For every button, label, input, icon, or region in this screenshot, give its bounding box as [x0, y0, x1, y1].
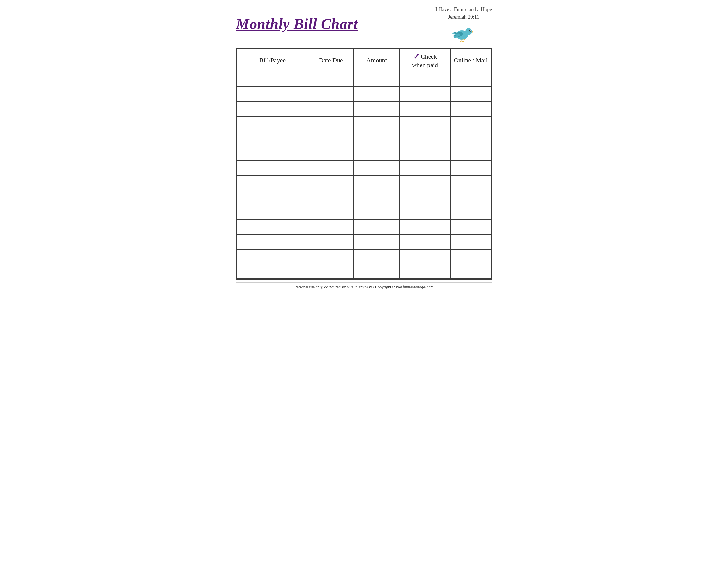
table-cell: [308, 146, 354, 161]
header: Monthly Bill Chart I Have a Future and a…: [236, 6, 492, 43]
table-cell: [399, 72, 450, 87]
col-online-mail: Online / Mail: [450, 49, 491, 72]
footer-text: Personal use only, do not redistribute i…: [295, 285, 434, 289]
table-cell: [450, 102, 491, 116]
svg-marker-2: [472, 31, 474, 33]
table-cell: [399, 190, 450, 205]
table-cell: [308, 131, 354, 146]
table-row: [237, 249, 491, 264]
table-cell: [237, 249, 308, 264]
table-cell: [354, 249, 399, 264]
table-cell: [354, 175, 399, 190]
col-amount: Amount: [354, 49, 399, 72]
table-cell: [450, 264, 491, 279]
table-cell: [450, 220, 491, 234]
table-cell: [237, 116, 308, 131]
table-cell: [308, 102, 354, 116]
table-cell: [354, 146, 399, 161]
table-cell: [354, 72, 399, 87]
table-row: [237, 220, 491, 234]
table-cell: [354, 161, 399, 175]
table-cell: [308, 87, 354, 102]
table-row: [237, 190, 491, 205]
table-cell: [308, 175, 354, 190]
table-cell: [237, 234, 308, 249]
table-row: [237, 175, 491, 190]
table-cell: [354, 102, 399, 116]
table-cell: [450, 249, 491, 264]
title-area: Monthly Bill Chart: [236, 16, 358, 32]
table-cell: [237, 175, 308, 190]
table-cell: [399, 264, 450, 279]
table-cell: [237, 87, 308, 102]
table-row: [237, 161, 491, 175]
table-cell: [450, 161, 491, 175]
svg-line-10: [461, 39, 462, 41]
table-cell: [450, 146, 491, 161]
table-cell: [399, 161, 450, 175]
table-cell: [450, 190, 491, 205]
table-cell: [308, 205, 354, 220]
table-cell: [308, 264, 354, 279]
table-cell: [450, 175, 491, 190]
table-cell: [399, 220, 450, 234]
table-cell: [399, 249, 450, 264]
table-cell: [354, 205, 399, 220]
table-cell: [450, 116, 491, 131]
page: Monthly Bill Chart I Have a Future and a…: [228, 0, 500, 293]
table-cell: [308, 249, 354, 264]
table-cell: [237, 161, 308, 175]
table-cell: [237, 131, 308, 146]
table-cell: [354, 87, 399, 102]
bird-icon: [451, 23, 477, 43]
bill-chart-table: Bill/Payee Date Due Amount ✓ Check: [236, 48, 492, 280]
table-cell: [308, 116, 354, 131]
table-row: [237, 205, 491, 220]
table-cell: [399, 102, 450, 116]
main-title: Monthly Bill Chart: [236, 16, 358, 32]
svg-point-1: [465, 28, 472, 35]
table-cell: [354, 220, 399, 234]
table-cell: [450, 72, 491, 87]
table-row: [237, 116, 491, 131]
table-cell: [237, 220, 308, 234]
table-cell: [399, 175, 450, 190]
verse-text: I Have a Future and a Hope Jeremiah 29:1…: [435, 6, 492, 21]
table-cell: [308, 234, 354, 249]
svg-point-4: [470, 30, 471, 31]
table-cell: [237, 264, 308, 279]
table-cell: [308, 190, 354, 205]
table-cell: [308, 161, 354, 175]
svg-point-3: [469, 30, 471, 31]
table-cell: [354, 116, 399, 131]
table-cell: [354, 234, 399, 249]
table-cell: [450, 87, 491, 102]
table-cell: [354, 131, 399, 146]
table-cell: [450, 131, 491, 146]
table-row: [237, 102, 491, 116]
table-cell: [399, 87, 450, 102]
table-cell: [237, 72, 308, 87]
table-row: [237, 146, 491, 161]
col-bill-payee: Bill/Payee: [237, 49, 308, 72]
table-cell: [237, 190, 308, 205]
table-cell: [354, 190, 399, 205]
table-cell: [399, 146, 450, 161]
table-cell: [399, 205, 450, 220]
svg-line-11: [464, 39, 465, 41]
table-cell: [308, 72, 354, 87]
footer: Personal use only, do not redistribute i…: [236, 282, 492, 289]
checkmark-icon: ✓: [413, 52, 420, 61]
table-cell: [399, 116, 450, 131]
table-cell: [237, 102, 308, 116]
table-row: [237, 234, 491, 249]
table-cell: [450, 205, 491, 220]
table-cell: [237, 146, 308, 161]
table-row: [237, 264, 491, 279]
table-row: [237, 87, 491, 102]
table-cell: [237, 205, 308, 220]
header-right: I Have a Future and a Hope Jeremiah 29:1…: [435, 6, 492, 43]
table-cell: [399, 131, 450, 146]
table-cell: [450, 234, 491, 249]
table-row: [237, 72, 491, 87]
